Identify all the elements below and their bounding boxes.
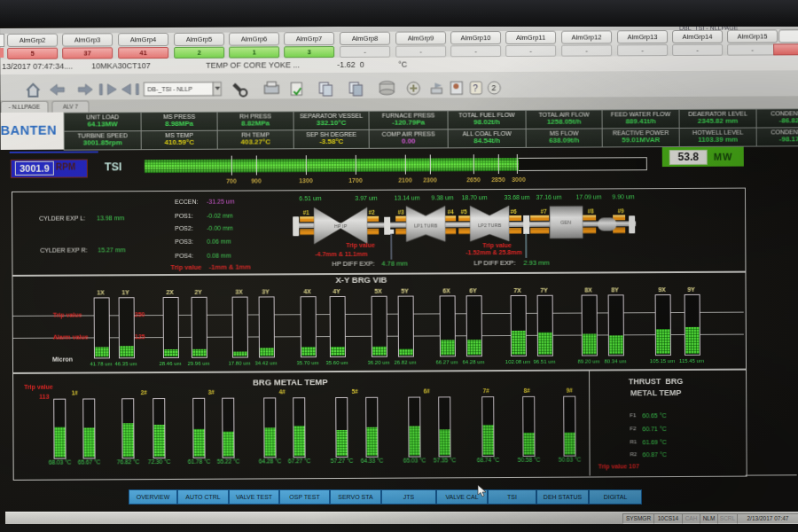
svg-text:GEN: GEN	[560, 220, 571, 225]
svg-text:?: ?	[473, 83, 478, 93]
svg-text:HP IP: HP IP	[334, 223, 348, 229]
svg-text:2: 2	[491, 83, 496, 92]
svg-text:DB-_TSI - NLLP: DB-_TSI - NLLP	[147, 86, 192, 93]
svg-text:LP1 TURB: LP1 TURB	[414, 223, 438, 228]
svg-text:LP2 TURB: LP2 TURB	[478, 223, 502, 228]
